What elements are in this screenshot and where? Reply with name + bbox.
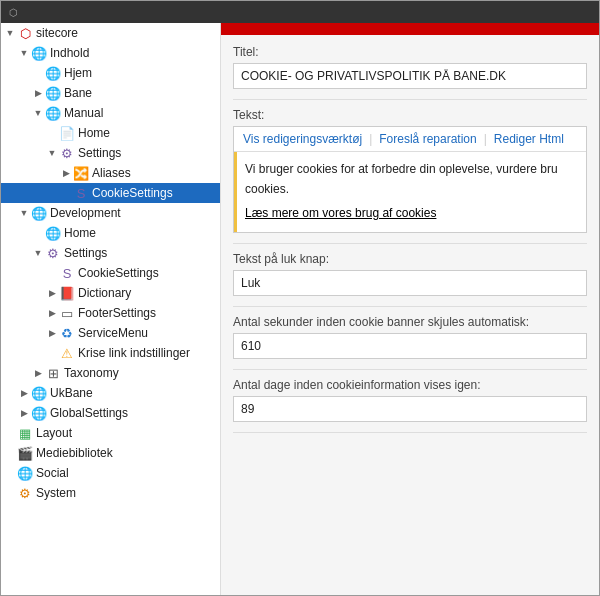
- field-group-luk-knap: Tekst på luk knap:: [233, 252, 587, 296]
- sidebar-item-label-dev-settings: Settings: [64, 246, 107, 260]
- expander-icon: [3, 486, 17, 500]
- expander-icon: ▼: [31, 106, 45, 120]
- top-bar: ⬡: [1, 1, 599, 23]
- sidebar-item-manual[interactable]: ▼🌐Manual: [1, 103, 220, 123]
- sidebar-item-label-footersettings: FooterSettings: [78, 306, 156, 320]
- sidebar-item-dev-cookiesettings[interactable]: SCookieSettings: [1, 263, 220, 283]
- sidebar-item-label-servicemenu: ServiceMenu: [78, 326, 148, 340]
- sidebar-item-dev-settings[interactable]: ▼⚙Settings: [1, 243, 220, 263]
- sidebar-item-label-dictionary: Dictionary: [78, 286, 131, 300]
- content-body: Titel:Tekst:Vis redigeringsværktøj|Fores…: [221, 35, 599, 595]
- richtext-wrapper-tekst: Vis redigeringsværktøj|Foreslå reparatio…: [233, 126, 587, 233]
- sidebar-item-dictionary[interactable]: ▶📕Dictionary: [1, 283, 220, 303]
- globe-icon: 🌐: [31, 45, 47, 61]
- field-input-titel[interactable]: [233, 63, 587, 89]
- expander-icon: [31, 226, 45, 240]
- toolbar-btn-foresla[interactable]: Foreslå reparation: [376, 131, 479, 147]
- globe-icon: 🌐: [31, 205, 47, 221]
- sidebar-item-social[interactable]: 🌐Social: [1, 463, 220, 483]
- toolbar-sep: |: [484, 132, 487, 146]
- sidebar-item-ukbane[interactable]: ▶🌐UkBane: [1, 383, 220, 403]
- sidebar-item-label-sitecore: sitecore: [36, 26, 78, 40]
- sidebar-item-globalsettings[interactable]: ▶🌐GlobalSettings: [1, 403, 220, 423]
- sidebar-item-development[interactable]: ▼🌐Development: [1, 203, 220, 223]
- globe-icon: 🌐: [45, 225, 61, 241]
- sidebar-item-label-manual-settings: Settings: [78, 146, 121, 160]
- sidebar-item-kriselink[interactable]: ⚠Krise link indstillinger: [1, 343, 220, 363]
- expander-icon: ▼: [45, 146, 59, 160]
- sidebar-item-manual-settings[interactable]: ▼⚙Settings: [1, 143, 220, 163]
- sidebar-item-dev-home[interactable]: 🌐Home: [1, 223, 220, 243]
- sidebar-item-label-indhold: Indhold: [50, 46, 89, 60]
- sidebar-item-label-mediebibliotek: Mediebibliotek: [36, 446, 113, 460]
- toolbar-btn-rediger[interactable]: Rediger Html: [491, 131, 567, 147]
- sidebar-item-indhold[interactable]: ▼🌐Indhold: [1, 43, 220, 63]
- sidebar-item-system[interactable]: ⚙System: [1, 483, 220, 503]
- field-label-tekst: Tekst:: [233, 108, 587, 122]
- page-icon: 📄: [59, 125, 75, 141]
- cookie-icon: S: [59, 265, 75, 281]
- sidebar-item-label-development: Development: [50, 206, 121, 220]
- expander-icon: ▶: [45, 306, 59, 320]
- richtext-link[interactable]: Læs mere om vores brug af cookies: [245, 206, 436, 220]
- field-divider: [233, 243, 587, 244]
- service-icon: ♻: [59, 325, 75, 341]
- sidebar-item-label-taxonomy: Taxonomy: [64, 366, 119, 380]
- warn-icon: ⚠: [59, 345, 75, 361]
- expander-icon: ▶: [31, 366, 45, 380]
- expander-icon: [45, 266, 59, 280]
- expander-icon: ▶: [45, 326, 59, 340]
- sidebar-item-hjem[interactable]: 🌐Hjem: [1, 63, 220, 83]
- sidebar-item-aliases[interactable]: ▶🔀Aliases: [1, 163, 220, 183]
- field-group-tekst: Tekst:Vis redigeringsværktøj|Foreslå rep…: [233, 108, 587, 233]
- field-label-titel: Titel:: [233, 45, 587, 59]
- sidebar-item-label-bane: Bane: [64, 86, 92, 100]
- sidebar-item-label-aliases: Aliases: [92, 166, 131, 180]
- toolbar-btn-vis[interactable]: Vis redigeringsværktøj: [240, 131, 365, 147]
- field-input-luk-knap[interactable]: [233, 270, 587, 296]
- footer-icon: ▭: [59, 305, 75, 321]
- sidebar-item-sitecore[interactable]: ▼⬡sitecore: [1, 23, 220, 43]
- sidebar-item-footersettings[interactable]: ▶▭FooterSettings: [1, 303, 220, 323]
- system-icon: ⚙: [17, 485, 33, 501]
- globe-icon: 🌐: [45, 105, 61, 121]
- field-group-sekunder: Antal sekunder inden cookie banner skjul…: [233, 315, 587, 359]
- field-label-sekunder: Antal sekunder inden cookie banner skjul…: [233, 315, 587, 329]
- field-input-dage[interactable]: [233, 396, 587, 422]
- sidebar-item-servicemenu[interactable]: ▶♻ServiceMenu: [1, 323, 220, 343]
- main-area: ▼⬡sitecore▼🌐Indhold🌐Hjem▶🌐Bane▼🌐Manual📄H…: [1, 23, 599, 595]
- globe-icon: 🌐: [31, 385, 47, 401]
- field-label-dage: Antal dage inden cookieinformation vises…: [233, 378, 587, 392]
- sidebar-item-cookiesettings-manual[interactable]: SCookieSettings: [1, 183, 220, 203]
- field-group-dage: Antal dage inden cookieinformation vises…: [233, 378, 587, 422]
- sidebar-item-layout[interactable]: ▦Layout: [1, 423, 220, 443]
- sidebar-item-label-manual: Manual: [64, 106, 103, 120]
- expander-icon: ▶: [17, 406, 31, 420]
- sidebar-item-label-ukbane: UkBane: [50, 386, 93, 400]
- field-group-titel: Titel:: [233, 45, 587, 89]
- layout-icon: ▦: [17, 425, 33, 441]
- richtext-content[interactable]: Vi bruger cookies for at forbedre din op…: [234, 152, 586, 232]
- expander-icon: ▼: [3, 26, 17, 40]
- expander-icon: [3, 426, 17, 440]
- sidebar-item-mediebibliotek[interactable]: 🎬Mediebibliotek: [1, 443, 220, 463]
- expander-icon: [59, 186, 73, 200]
- field-divider: [233, 432, 587, 433]
- richtext-toolbar: Vis redigeringsværktøj|Foreslå reparatio…: [234, 127, 586, 152]
- globe-icon: 🌐: [45, 65, 61, 81]
- sidebar-item-label-dev-cookiesettings: CookieSettings: [78, 266, 159, 280]
- field-label-luk-knap: Tekst på luk knap:: [233, 252, 587, 266]
- sidebar-item-label-cookiesettings-manual: CookieSettings: [92, 186, 173, 200]
- expander-icon: [45, 346, 59, 360]
- media-icon: 🎬: [17, 445, 33, 461]
- sidebar-item-label-globalsettings: GlobalSettings: [50, 406, 128, 420]
- expander-icon: [3, 466, 17, 480]
- sidebar-item-manual-home[interactable]: 📄Home: [1, 123, 220, 143]
- sidebar-item-taxonomy[interactable]: ▶⊞Taxonomy: [1, 363, 220, 383]
- field-input-sekunder[interactable]: [233, 333, 587, 359]
- field-divider: [233, 99, 587, 100]
- sidebar-item-label-layout: Layout: [36, 426, 72, 440]
- expander-icon: ▼: [17, 46, 31, 60]
- expander-icon: [3, 446, 17, 460]
- sidebar-item-bane[interactable]: ▶🌐Bane: [1, 83, 220, 103]
